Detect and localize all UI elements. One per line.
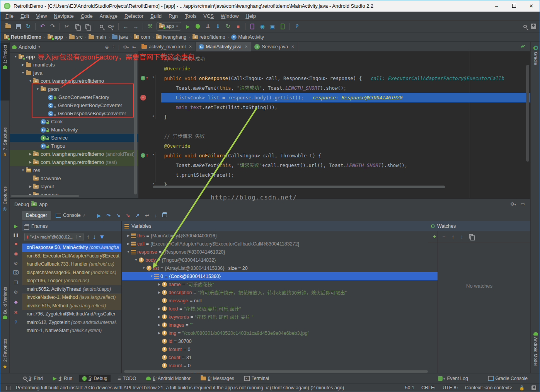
tree-row-tngou[interactable]: CTngou — [10, 142, 138, 150]
menu-item-vcs[interactable]: VCS — [200, 13, 217, 19]
toolbar-copy-button[interactable] — [72, 22, 82, 31]
tree-row-res[interactable]: ▼res — [10, 166, 138, 174]
frame-row[interactable]: main:-1, NativeStart (dalvik.system) — [22, 327, 121, 335]
chevron-collapsed-icon[interactable]: ▶ — [157, 331, 162, 335]
frame-row[interactable]: invoke:515, Method (java.lang.reflect) — [22, 302, 121, 310]
chevron-collapsed-icon[interactable]: ▶ — [157, 291, 162, 294]
toolbar-monitor-button[interactable] — [278, 22, 287, 31]
toolbar-restart-button[interactable]: ↻ — [223, 22, 233, 31]
editor-vertical-scrollbar[interactable] — [526, 65, 529, 162]
menu-item-navigate[interactable]: Navigate — [50, 13, 77, 19]
toolbar-profile-button[interactable]: ⇊ — [203, 22, 213, 31]
toolbar-run-button[interactable]: ▶ — [183, 22, 192, 31]
frame-up-icon[interactable]: ↑ — [87, 233, 90, 240]
chevron-collapsed-icon[interactable]: ▶ — [27, 152, 33, 156]
frame-row[interactable]: loop:136, Looper (android.os) — [22, 277, 121, 285]
help-icon[interactable]: ? — [15, 320, 17, 325]
code-line[interactable]: public void onResponse(Call<Tngou> call,… — [161, 73, 530, 83]
menu-item-tools[interactable]: Tools — [181, 13, 200, 19]
editor-horizontal-scrollbar[interactable] — [153, 186, 445, 188]
toolwindow-button-todo[interactable]: ☰TODO — [114, 375, 139, 382]
breadcrumb-app[interactable]: app — [47, 34, 64, 40]
toolbar-forward-button[interactable]: → — [131, 22, 140, 31]
toolbar-stop-button[interactable]: ■ — [233, 22, 243, 31]
chevron-collapsed-icon[interactable]: ▶ — [27, 160, 33, 164]
toolbar-find-button[interactable] — [97, 22, 106, 31]
move-watch-down-icon[interactable]: ↓ — [460, 233, 463, 240]
chevron-expanded-icon[interactable]: ▼ — [149, 274, 154, 278]
tree-row-service[interactable]: IService — [10, 134, 138, 142]
evaluate-expression-icon[interactable] — [162, 212, 167, 218]
lock-icon[interactable]: 🔓 — [519, 385, 525, 390]
variable-row-id[interactable]: fid=30700 — [122, 337, 438, 345]
variable-row-count[interactable]: fcount=31 — [122, 353, 438, 361]
frame-row[interactable]: main:612, ZygoteInit (com.android.intern… — [22, 319, 121, 327]
hide-panel-icon[interactable]: ⇤ — [132, 44, 136, 50]
frame-down-icon[interactable]: ↓ — [93, 233, 96, 240]
toolbar-search-icon[interactable] — [523, 23, 527, 30]
frame-row[interactable]: invokeNative:-1, Method (java.lang.refle… — [22, 293, 121, 302]
project-view-selector[interactable]: Android — [19, 44, 36, 50]
variable-row-fcount[interactable]: ffcount=0 — [122, 345, 438, 353]
editor-tab-mainactivity-java[interactable]: CMainActivity.java✕ — [196, 42, 252, 51]
menu-item-view[interactable]: View — [32, 13, 50, 19]
move-watch-up-icon[interactable]: ↑ — [451, 233, 454, 240]
mute-breakpoints-icon[interactable]: ⊘ — [14, 261, 18, 266]
toolbar-cut-button[interactable]: ✂ — [62, 22, 72, 31]
code-line[interactable]: // 异步请求 成功 — [161, 54, 530, 64]
code-line[interactable]: // 异步请求 失败 — [161, 131, 530, 141]
step-out-icon[interactable]: ↗ — [135, 213, 140, 218]
line-separator[interactable]: CRLF↕ — [421, 385, 436, 390]
variable-row-response[interactable]: ▼response={Response@830041461920} — [122, 248, 438, 256]
toolbar-back-button[interactable]: ← — [121, 22, 130, 31]
menu-item-edit[interactable]: Edit — [17, 13, 32, 19]
frame-row[interactable]: handleCallback:733, Handler (android.os) — [22, 260, 121, 269]
tree-row-java[interactable]: ▼java — [10, 69, 138, 77]
force-step-into-icon[interactable]: ↘ — [126, 213, 130, 218]
debug-settings-icon[interactable]: ⚙▾ — [510, 201, 516, 207]
minimize-button[interactable]: – — [488, 0, 505, 12]
frame-row[interactable]: run:68, ExecutorCallAdapterFactory$Execu… — [22, 252, 121, 261]
frame-row[interactable]: onResponse:50, MainActivity (com.iwangha — [22, 244, 121, 252]
toolwindow-button-0-messages[interactable]: 0: Messages — [198, 375, 237, 382]
toolwindow-button-6-android-monitor[interactable]: 6: Android Monitor — [143, 375, 193, 382]
toolbar-undo-button[interactable]: ↶ — [38, 22, 47, 31]
settings-icon[interactable]: ⚙▾ — [123, 44, 129, 50]
code-fold-icon[interactable]: ▴ — [152, 181, 154, 185]
breadcrumb-src[interactable]: src — [68, 34, 83, 40]
close-icon[interactable]: × — [14, 309, 18, 315]
toolbar-debug-button[interactable] — [193, 22, 203, 31]
variable-row-food[interactable]: ▶ffood="花枝,米酒,姜片,可乐,卤汁" — [122, 305, 438, 313]
variable-row-description[interactable]: ▶fdescription="将可乐卤汁烧开，把花枝放入，转小火卤约30分钟，熄… — [122, 288, 438, 297]
toolbar-paste-button[interactable] — [82, 22, 92, 31]
variables-horizontal-scrollbar[interactable] — [124, 370, 428, 373]
rerun-icon[interactable]: ▶ — [14, 223, 17, 229]
run-to-cursor-icon[interactable]: ↓ — [155, 213, 157, 218]
drop-frame-icon[interactable]: ↩ — [145, 213, 149, 218]
toolwindow-button-5-debug[interactable]: 5: Debug — [79, 375, 111, 382]
close-tab-icon[interactable]: ✕ — [291, 44, 294, 49]
code-line[interactable]: @Override — [161, 141, 530, 151]
code-editor[interactable]: // 异步请求 成功 @Override public void onRespo… — [138, 51, 530, 198]
code-fold-icon[interactable]: ▾ — [152, 152, 154, 156]
code-line[interactable]: main_text.setText(list.toString()); — [161, 102, 530, 112]
menu-item-build[interactable]: Build — [147, 13, 165, 19]
chevron-expanded-icon[interactable]: ▼ — [20, 71, 26, 75]
tool-strip-tab-gradle[interactable]: Gradle — [531, 43, 540, 78]
tool-strip-tab-build-variants[interactable]: Build Variants — [0, 285, 10, 337]
tree-row-com-iwanghang-retrofitdemo[interactable]: ▶com.iwanghang.retrofitdemo(androidTest) — [10, 150, 138, 158]
toolwindow-button-event-log[interactable]: 7Event Log — [435, 375, 471, 382]
code-line[interactable] — [161, 122, 530, 131]
chevron-collapsed-icon[interactable]: ▶ — [157, 283, 162, 286]
debug-hide-icon[interactable]: ▭ — [521, 201, 525, 207]
project-horizontal-scrollbar[interactable] — [11, 195, 79, 197]
pause-icon[interactable]: ❚❚ — [13, 233, 19, 237]
breadcrumb-java[interactable]: java — [111, 34, 129, 40]
menu-item-help[interactable]: Help — [242, 13, 259, 19]
locate-icon[interactable]: ⊕ — [105, 44, 109, 50]
close-tab-icon[interactable]: ✕ — [189, 44, 192, 49]
toolbar-replace-button[interactable]: R — [107, 22, 116, 31]
toolbar-redo-button[interactable]: ↷ — [48, 22, 57, 31]
tree-row-mainactivity[interactable]: CMainActivity — [10, 126, 138, 134]
toolbar-attach-button[interactable]: ⇓ — [213, 22, 223, 31]
